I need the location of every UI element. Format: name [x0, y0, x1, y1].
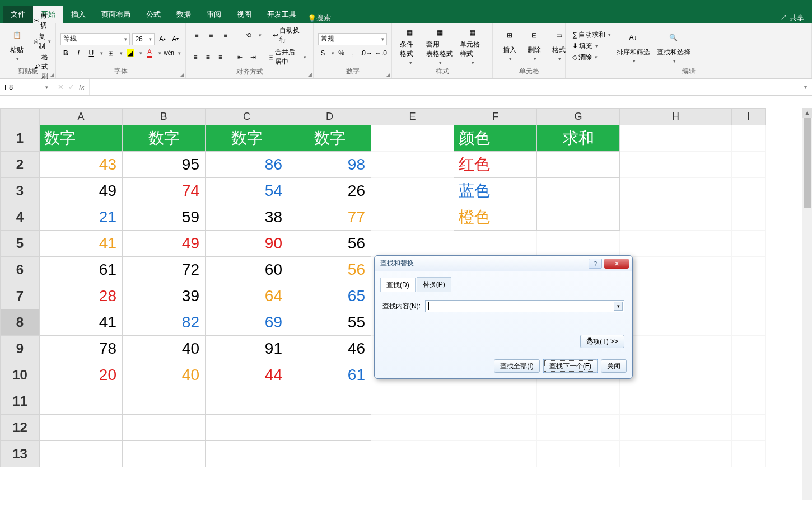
cell-A4[interactable]: 21: [40, 204, 123, 231]
dialog-help-button[interactable]: ?: [589, 259, 602, 269]
cell-C8[interactable]: 69: [206, 309, 288, 336]
cell-I7[interactable]: [732, 283, 766, 309]
cell-F4[interactable]: 橙色: [454, 204, 537, 231]
col-header-D[interactable]: D: [288, 109, 371, 125]
cell-B12[interactable]: [123, 415, 206, 441]
cell-D11[interactable]: [288, 388, 371, 415]
decrease-indent-button[interactable]: ⇤: [235, 51, 245, 63]
cell-C9[interactable]: 91: [206, 336, 288, 362]
cell-A6[interactable]: 61: [40, 257, 123, 283]
align-middle-button[interactable]: ≡: [205, 29, 217, 41]
cell-G13[interactable]: [537, 441, 620, 467]
cell-A5[interactable]: 41: [40, 231, 123, 257]
cell-H6[interactable]: [620, 257, 732, 283]
col-header-A[interactable]: A: [40, 109, 123, 125]
align-bottom-button[interactable]: ≡: [220, 29, 232, 41]
cell-A11[interactable]: [40, 388, 123, 415]
cell-D6[interactable]: 56: [288, 257, 371, 283]
cell-C2[interactable]: 86: [206, 152, 288, 178]
tell-me-search[interactable]: 💡 搜索: [307, 13, 331, 23]
cell-C6[interactable]: 60: [206, 257, 288, 283]
cell-G5[interactable]: [537, 231, 620, 257]
row-header-4[interactable]: 4: [1, 204, 40, 231]
number-format-combo[interactable]: 常规▾: [318, 33, 387, 45]
find-what-input[interactable]: ▾: [425, 300, 624, 312]
cell-A7[interactable]: 28: [40, 283, 123, 309]
cell-B5[interactable]: 49: [123, 231, 206, 257]
find-next-button[interactable]: 查找下一个(F): [543, 359, 598, 373]
cell-G3[interactable]: [537, 178, 620, 204]
fx-button[interactable]: fx: [79, 83, 85, 91]
vertical-scrollbar[interactable]: ▲: [802, 108, 812, 500]
cell-A10[interactable]: 20: [40, 362, 123, 388]
autosum-button[interactable]: ∑自动求和▾: [570, 30, 613, 40]
row-header-11[interactable]: 11: [1, 388, 40, 415]
cell-D8[interactable]: 55: [288, 309, 371, 336]
merge-center-button[interactable]: ⊟合并后居中▾: [266, 47, 309, 67]
phonetic-button[interactable]: wén: [164, 47, 174, 59]
cell-E1[interactable]: [371, 125, 454, 152]
cell-A2[interactable]: 43: [40, 152, 123, 178]
select-all-corner[interactable]: [1, 109, 40, 125]
align-left-button[interactable]: ≡: [190, 51, 200, 63]
orientation-button[interactable]: ⟲: [243, 29, 255, 41]
cell-G1[interactable]: 求和: [537, 125, 620, 152]
row-header-3[interactable]: 3: [1, 178, 40, 204]
cell-A13[interactable]: [40, 441, 123, 467]
comma-button[interactable]: ,: [348, 47, 358, 59]
cell-B13[interactable]: [123, 441, 206, 467]
cell-D4[interactable]: 77: [288, 204, 371, 231]
cell-F2[interactable]: 红色: [454, 152, 537, 178]
cell-D9[interactable]: 46: [288, 336, 371, 362]
cell-I10[interactable]: [732, 362, 766, 388]
cell-I11[interactable]: [732, 388, 766, 415]
cell-A1[interactable]: 数字: [40, 125, 123, 152]
cell-E2[interactable]: [371, 152, 454, 178]
cell-B1[interactable]: 数字: [123, 125, 206, 152]
cell-I2[interactable]: [732, 152, 766, 178]
cell-D7[interactable]: 65: [288, 283, 371, 309]
cell-G2[interactable]: [537, 152, 620, 178]
number-launcher[interactable]: ◢: [386, 72, 390, 77]
border-button[interactable]: ⊞: [105, 47, 116, 59]
font-size-combo[interactable]: 26▾: [132, 33, 155, 45]
col-header-B[interactable]: B: [123, 109, 206, 125]
cell-D3[interactable]: 26: [288, 178, 371, 204]
find-select-button[interactable]: 🔍查找和选择▾: [654, 27, 694, 65]
col-header-I[interactable]: I: [732, 109, 766, 125]
dialog-tab-replace[interactable]: 替换(P): [417, 277, 451, 292]
cell-I12[interactable]: [732, 415, 766, 441]
cell-A12[interactable]: [40, 415, 123, 441]
col-header-C[interactable]: C: [206, 109, 288, 125]
cell-B9[interactable]: 40: [123, 336, 206, 362]
cell-F3[interactable]: 蓝色: [454, 178, 537, 204]
decrease-font-button[interactable]: A▾: [170, 33, 181, 45]
fill-button[interactable]: ⬇填充▾: [570, 41, 613, 51]
conditional-format-button[interactable]: ▦条件格式▾: [396, 25, 423, 67]
cut-button[interactable]: ✂剪切: [31, 11, 53, 31]
cell-B2[interactable]: 95: [123, 152, 206, 178]
row-header-1[interactable]: 1: [1, 125, 40, 152]
cell-I13[interactable]: [732, 441, 766, 467]
cell-B10[interactable]: 40: [123, 362, 206, 388]
cell-C11[interactable]: [206, 388, 288, 415]
find-all-button[interactable]: 查找全部(I): [494, 359, 539, 373]
tab-review[interactable]: 审阅: [199, 6, 229, 23]
tab-layout[interactable]: 页面布局: [94, 6, 138, 23]
cell-H3[interactable]: [620, 178, 732, 204]
cell-I3[interactable]: [732, 178, 766, 204]
col-header-F[interactable]: F: [454, 109, 537, 125]
cell-I5[interactable]: [732, 231, 766, 257]
cell-I6[interactable]: [732, 257, 766, 283]
font-launcher[interactable]: ◢: [180, 72, 184, 77]
cell-F12[interactable]: [454, 415, 537, 441]
insert-cells-button[interactable]: ⊞插入▾: [497, 25, 522, 67]
cell-E5[interactable]: [371, 231, 454, 257]
cell-B6[interactable]: 72: [123, 257, 206, 283]
cell-C1[interactable]: 数字: [206, 125, 288, 152]
dialog-close-button[interactable]: ✕: [604, 259, 629, 269]
cell-E4[interactable]: [371, 204, 454, 231]
row-header-13[interactable]: 13: [1, 441, 40, 467]
tab-data[interactable]: 数据: [169, 6, 199, 23]
cell-B11[interactable]: [123, 388, 206, 415]
